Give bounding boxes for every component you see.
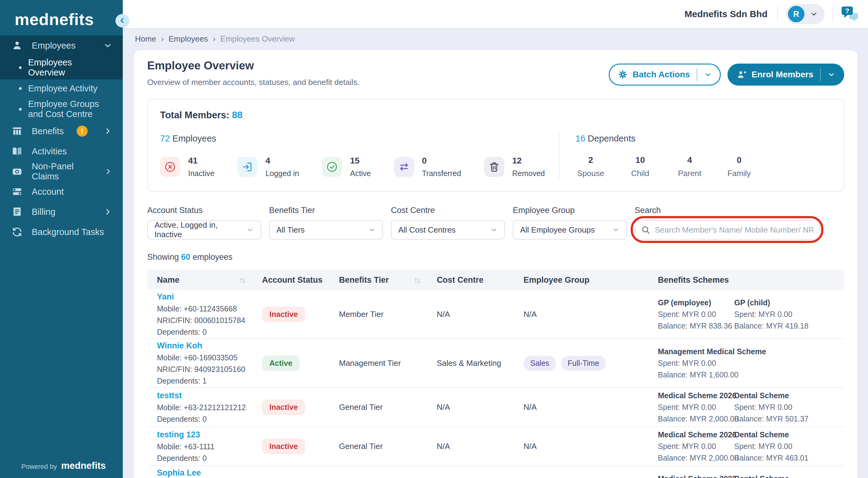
status-badge: Inactive <box>262 306 305 322</box>
breadcrumb-separator: › <box>161 34 164 44</box>
filter-employee-group: Employee GroupAll Employee Groups <box>513 206 627 240</box>
main-content: Home›Employees›Employees Overview Employ… <box>123 28 868 478</box>
x-circle-icon <box>160 157 180 177</box>
page-title: Employee Overview <box>147 59 360 72</box>
employee-detail: Mobile: +60-169033505 <box>157 353 262 362</box>
breadcrumb: Home›Employees›Employees Overview <box>135 34 295 44</box>
employee-detail: Dependents: 0 <box>157 415 262 424</box>
dependent-label: Spouse <box>576 169 606 178</box>
chevron-right-icon <box>103 126 113 136</box>
avatar[interactable]: R <box>788 6 804 22</box>
sort-icons[interactable]: ↑↓ <box>239 275 245 285</box>
table-row[interactable]: YaniMobile: +60-112435668NRIC/FIN: 00060… <box>147 290 844 339</box>
filter-label: Employee Group <box>513 206 627 215</box>
employee-name-link[interactable]: Winnie Koh <box>157 341 262 351</box>
table-header: Name↑↓Account StatusBenefits Tier↑↓Cost … <box>147 270 844 290</box>
stat-label: Logged in <box>266 169 299 178</box>
chevron-down-icon[interactable] <box>827 70 835 79</box>
filter-label: Search <box>635 206 820 215</box>
book-icon <box>11 145 23 157</box>
table-row[interactable]: Sophia LeeMobile: +60-163530674NRIC/FIN:… <box>147 466 844 478</box>
dependents-count: 16 <box>576 133 585 143</box>
person-plus-icon <box>736 69 747 80</box>
cell-benefits-tier: Management Tier <box>339 359 437 368</box>
sort-icons[interactable]: ↑↓ <box>414 275 420 285</box>
sidebar-item-activities[interactable]: Activities <box>0 141 123 161</box>
page-card: Employee Overview Overview of member acc… <box>134 50 858 478</box>
dependent-label: Family <box>724 169 754 178</box>
help-icon[interactable]: ? <box>841 5 860 23</box>
chevron-right-icon <box>104 167 113 176</box>
cell-cost-centre: Sales & Marketing <box>437 359 524 368</box>
employee-name-link[interactable]: testtst <box>157 391 262 400</box>
select-account-status[interactable]: Active, Logged in, Inactive <box>147 220 261 240</box>
column-header-account-status: Account Status <box>262 275 339 285</box>
employee-detail: NRIC/FIN: 940923105160 <box>157 365 262 374</box>
select-benefits-tier[interactable]: All Tiers <box>269 220 383 240</box>
sidebar-item-non-panel-claims[interactable]: Non-Panel Claims <box>0 161 123 182</box>
columns-icon <box>11 125 23 137</box>
filters-row: Account StatusActive, Logged in, Inactiv… <box>147 206 844 240</box>
batch-actions-button[interactable]: Batch Actions <box>609 64 721 86</box>
total-members-count: 88 <box>232 110 242 120</box>
employee-detail: Mobile: +63-1111 <box>157 442 262 451</box>
sidebar-item-employee-activity[interactable]: Employee Activity <box>0 80 123 97</box>
select-employee-group[interactable]: All Employee Groups <box>513 220 627 240</box>
employee-name-link[interactable]: testing 123 <box>157 430 262 440</box>
sidebar-item-employee-groups-and-cost-centre[interactable]: Employee Groups and Cost Centre <box>0 97 123 121</box>
table-row[interactable]: Winnie KohMobile: +60-169033505NRIC/FIN:… <box>147 339 844 388</box>
user-menu[interactable]: R <box>786 4 825 24</box>
cell-name: testtstMobile: +63-21212121212Dependents… <box>147 391 262 424</box>
powered-by-logo: mednefits <box>61 460 106 471</box>
table-row[interactable]: testing 123Mobile: +63-1111Dependents: 0… <box>147 427 844 466</box>
enrol-members-label: Enrol Members <box>752 70 813 80</box>
stat-value: 15 <box>350 156 371 166</box>
stat-label: Inactive <box>188 169 214 178</box>
dependent-child: 10Child <box>625 155 655 178</box>
alert-badge: ! <box>77 126 88 137</box>
employee-name-link[interactable]: Yani <box>157 292 262 302</box>
dependent-parent: 4Parent <box>674 155 705 178</box>
table-row[interactable]: testtstMobile: +63-21212121212Dependents… <box>147 388 844 427</box>
breadcrumb-item[interactable]: Home <box>135 34 156 44</box>
dependent-label: Parent <box>674 169 705 178</box>
batch-actions-label: Batch Actions <box>633 70 690 80</box>
stat-removed: 12Removed <box>484 156 545 178</box>
select-cost-centre[interactable]: All Cost Centres <box>391 220 505 240</box>
trash-icon <box>484 157 504 177</box>
group-tag: Full-Time <box>561 356 606 371</box>
sidebar: mednefits EmployeesEmployees OverviewEmp… <box>0 0 123 478</box>
bullet-icon <box>19 66 22 69</box>
chevron-down-icon[interactable] <box>704 70 712 79</box>
check-circle-icon <box>322 157 342 177</box>
employee-name-link[interactable]: Sophia Lee <box>157 468 262 478</box>
stat-label: Removed <box>512 169 545 178</box>
chevron-down-icon <box>103 41 113 50</box>
sidebar-item-background-tasks[interactable]: Background Tasks <box>0 222 123 242</box>
select-value: All Tiers <box>276 225 305 235</box>
cell-account-status: Active <box>262 355 339 371</box>
invoice-icon <box>11 206 23 218</box>
sidebar-item-account[interactable]: Account <box>0 182 123 202</box>
cell-account-status: Inactive <box>262 399 339 415</box>
filter-label: Account Status <box>147 206 261 215</box>
stat-logged-in: 4Logged in <box>237 156 299 178</box>
cell-employee-group: N/A <box>524 442 658 451</box>
login-icon <box>237 157 257 177</box>
enrol-members-button[interactable]: Enrol Members <box>727 64 844 86</box>
cell-benefits-schemes: Medical Scheme 2026Spent: MYR 0.00Balanc… <box>658 474 844 478</box>
dependent-value: 10 <box>625 155 655 165</box>
sidebar-item-benefits[interactable]: Benefits! <box>0 121 123 141</box>
svg-text:?: ? <box>845 7 849 15</box>
breadcrumb-item[interactable]: Employees <box>168 34 208 44</box>
sidebar-item-billing[interactable]: Billing <box>0 202 123 222</box>
search-input[interactable] <box>635 220 820 240</box>
status-badge: Active <box>262 355 300 371</box>
stat-value: 4 <box>266 156 299 166</box>
refresh-icon <box>11 226 23 238</box>
cell-name: Winnie KohMobile: +60-169033505NRIC/FIN:… <box>147 341 262 385</box>
filter-label: Benefits Tier <box>269 206 383 215</box>
sidebar-item-employees[interactable]: Employees <box>0 35 123 56</box>
sidebar-item-employees-overview[interactable]: Employees Overview <box>0 56 123 80</box>
sidebar-collapse-button[interactable] <box>116 14 129 28</box>
